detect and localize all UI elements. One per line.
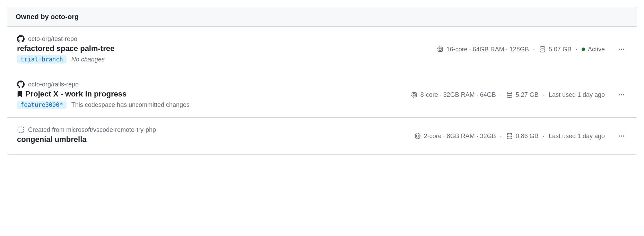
changes-text: This codespace has uncommitted changes <box>71 101 190 109</box>
codespace-name[interactable]: refactored space palm-tree <box>17 44 114 53</box>
separator: · <box>500 133 502 140</box>
database-icon <box>506 133 513 140</box>
cpu-icon <box>411 91 418 98</box>
separator: · <box>533 46 535 53</box>
panel-title: Owned by octo-org <box>16 13 79 20</box>
svg-rect-15 <box>413 94 415 96</box>
repo-name[interactable]: octo-org/test-repo <box>28 35 77 43</box>
github-icon <box>17 35 25 43</box>
repo-line: octo-org/rails-repo <box>17 81 411 88</box>
svg-rect-28 <box>18 127 24 133</box>
svg-rect-0 <box>438 47 443 52</box>
branch-badge[interactable]: feature3000* <box>17 101 67 109</box>
svg-point-13 <box>623 49 625 50</box>
storage-text: 5.27 GB <box>516 91 539 99</box>
specs-text: 8-core · 32GB RAM · 64GB <box>420 91 496 99</box>
storage-group: 0.86 GB <box>506 133 539 140</box>
template-icon <box>17 126 25 134</box>
status-text: Last used 1 day ago <box>549 91 605 99</box>
svg-rect-1 <box>439 48 441 50</box>
bookmark-icon <box>17 91 23 98</box>
name-line: refactored space palm-tree <box>17 44 437 53</box>
storage-group: 5.07 GB <box>539 46 572 53</box>
specs-text: 2-core · 8GB RAM · 32GB <box>424 133 496 140</box>
svg-point-10 <box>540 47 545 48</box>
codespaces-panel: Owned by octo-org octo-org/test-repo ref… <box>7 7 637 155</box>
svg-point-42 <box>623 135 625 137</box>
row-left: octo-org/rails-repo Project X - work in … <box>17 81 411 109</box>
separator: · <box>543 133 545 140</box>
row-right: 8-core · 32GB RAM · 64GB · 5.27 GB · Las… <box>411 89 627 100</box>
codespace-name[interactable]: congenial umbrella <box>17 135 87 144</box>
status-text: Active <box>588 46 605 53</box>
row-actions-button[interactable] <box>616 44 627 55</box>
codespace-row: Created from microsoft/vscode-remote-try… <box>7 118 637 154</box>
status-group: Last used 1 day ago <box>549 133 605 140</box>
codespace-name[interactable]: Project X - work in progress <box>25 90 127 99</box>
svg-rect-14 <box>412 93 416 97</box>
separator: · <box>576 46 577 53</box>
storage-text: 0.86 GB <box>516 133 539 140</box>
repo-name[interactable]: Created from microsoft/vscode-remote-try… <box>28 126 156 134</box>
svg-point-26 <box>621 94 622 95</box>
repo-line: octo-org/test-repo <box>17 35 437 43</box>
row-right: 16-core · 64GB RAM · 128GB · 5.07 GB · A… <box>437 44 627 55</box>
svg-point-39 <box>507 133 512 135</box>
status-text: Last used 1 day ago <box>549 133 605 140</box>
row-right: 2-core · 8GB RAM · 32GB · 0.86 GB · Last… <box>414 130 627 142</box>
row-left: Created from microsoft/vscode-remote-try… <box>17 126 414 146</box>
svg-point-12 <box>621 49 622 50</box>
svg-point-27 <box>623 94 625 95</box>
codespace-row: octo-org/test-repo refactored space palm… <box>7 27 637 72</box>
specs-group: 2-core · 8GB RAM · 32GB <box>414 133 496 140</box>
database-icon <box>506 91 513 98</box>
svg-point-25 <box>619 94 620 95</box>
branch-line: trial-branch No changes <box>17 55 437 64</box>
changes-text: No changes <box>71 56 105 63</box>
cpu-icon <box>437 46 444 53</box>
cpu-icon <box>414 133 421 140</box>
separator: · <box>543 91 545 99</box>
codespace-row: octo-org/rails-repo Project X - work in … <box>7 72 637 118</box>
branch-line: feature3000* This codespace has uncommit… <box>17 101 411 109</box>
panel-header: Owned by octo-org <box>7 7 637 27</box>
svg-rect-29 <box>415 134 420 138</box>
status-group: Active <box>582 46 605 53</box>
specs-group: 16-core · 64GB RAM · 128GB <box>437 46 529 53</box>
specs-group: 8-core · 32GB RAM · 64GB <box>411 91 496 99</box>
branch-badge[interactable]: trial-branch <box>17 55 67 64</box>
storage-text: 5.07 GB <box>549 46 572 53</box>
status-group: Last used 1 day ago <box>549 91 605 99</box>
row-left: octo-org/test-repo refactored space palm… <box>17 35 437 64</box>
svg-point-40 <box>619 135 620 137</box>
svg-point-41 <box>621 135 622 137</box>
svg-point-24 <box>507 92 512 94</box>
row-actions-button[interactable] <box>616 89 627 100</box>
repo-line: Created from microsoft/vscode-remote-try… <box>17 126 414 134</box>
status-dot-icon <box>582 48 585 51</box>
github-icon <box>17 81 25 88</box>
name-line: Project X - work in progress <box>17 90 411 99</box>
name-line: congenial umbrella <box>17 135 414 144</box>
database-icon <box>539 46 546 53</box>
separator: · <box>500 91 502 99</box>
svg-rect-30 <box>417 135 419 137</box>
svg-point-11 <box>619 49 620 50</box>
specs-text: 16-core · 64GB RAM · 128GB <box>446 46 529 53</box>
storage-group: 5.27 GB <box>506 91 539 99</box>
repo-name[interactable]: octo-org/rails-repo <box>28 81 79 88</box>
row-actions-button[interactable] <box>616 130 627 142</box>
